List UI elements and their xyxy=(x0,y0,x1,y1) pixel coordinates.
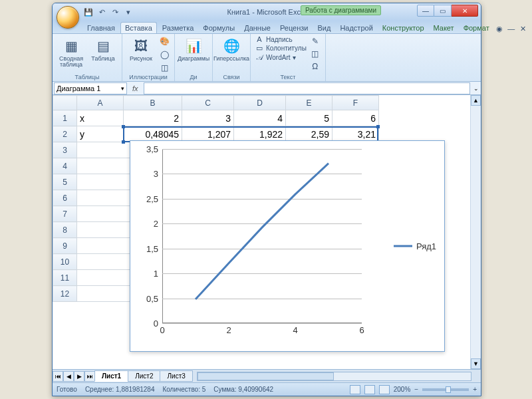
shapes-icon[interactable]: ◯ xyxy=(158,49,170,61)
name-box[interactable]: Диаграмма 1 ▾ xyxy=(54,82,127,94)
wordart-button[interactable]: 𝒜WordArt▾ xyxy=(255,53,307,62)
col-header-C[interactable]: C xyxy=(182,96,234,110)
tab-insert[interactable]: Вставка xyxy=(120,22,157,33)
col-header-B[interactable]: B xyxy=(124,96,182,110)
cell-E1[interactable]: 5 xyxy=(286,110,332,126)
selection-handle[interactable] xyxy=(122,125,125,128)
cell-B1[interactable]: 2 xyxy=(124,110,182,126)
hyperlink-button[interactable]: 🌐 Гиперссылка xyxy=(217,35,246,63)
cell-B2[interactable]: 0,48045 xyxy=(124,126,182,142)
tab-view[interactable]: Вид xyxy=(313,23,334,33)
sheet-tab-2[interactable]: Лист2 xyxy=(128,370,160,382)
row-header-4[interactable]: 4 xyxy=(53,158,77,174)
tab-addins[interactable]: Надстрой xyxy=(336,23,376,33)
chart-plot-area[interactable]: 00,511,522,533,5 0246 xyxy=(162,149,362,323)
picture-button[interactable]: 🖼 Рисунок xyxy=(126,35,156,63)
select-all-corner[interactable] xyxy=(53,96,77,110)
cell-F2[interactable]: 3,21 xyxy=(332,126,379,142)
smartart-icon[interactable]: ◫ xyxy=(158,62,170,74)
tab-nav-next-icon[interactable]: ▶ xyxy=(74,371,84,382)
scroll-down-icon[interactable]: ▼ xyxy=(471,358,481,369)
view-pagelayout-button[interactable] xyxy=(364,385,375,394)
row-header-11[interactable]: 11 xyxy=(53,270,77,286)
tab-nav-prev-icon[interactable]: ◀ xyxy=(63,371,74,382)
office-button[interactable] xyxy=(57,6,79,29)
redo-icon[interactable]: ↷ xyxy=(110,7,120,17)
spreadsheet-grid[interactable]: A B C D E F 1 x 2 3 4 5 6 2 y 0,48045 1,… xyxy=(53,95,481,369)
cell-A2[interactable]: y xyxy=(77,126,124,142)
minimize-button[interactable]: — xyxy=(417,5,434,17)
chart-legend[interactable]: Ряд1 xyxy=(394,241,436,251)
row-header-7[interactable]: 7 xyxy=(53,206,77,222)
close-button[interactable]: ✕ xyxy=(452,5,478,17)
headerfooter-button[interactable]: ▭Колонтитулы xyxy=(255,44,307,53)
cell-E2[interactable]: 2,59 xyxy=(286,126,332,142)
tab-format[interactable]: Формат xyxy=(460,23,493,33)
signature-icon[interactable]: ✎ xyxy=(309,35,321,47)
scroll-thumb[interactable] xyxy=(198,372,334,380)
clipart-icon[interactable]: 🎨 xyxy=(158,35,170,47)
qat-dropdown-icon[interactable]: ▾ xyxy=(123,7,134,17)
tab-nav-first-icon[interactable]: ⏮ xyxy=(53,371,63,382)
pivot-table-button[interactable]: ▦ Сводная таблица xyxy=(57,35,86,70)
tab-layout[interactable]: Макет xyxy=(430,23,458,33)
cell-C2[interactable]: 1,207 xyxy=(182,126,234,142)
vertical-scrollbar[interactable]: ▲ ▼ xyxy=(470,95,481,369)
cell-D1[interactable]: 4 xyxy=(234,110,286,126)
row-header-9[interactable]: 9 xyxy=(53,238,77,254)
help-icon[interactable]: ◉ xyxy=(495,24,504,33)
row-header-10[interactable]: 10 xyxy=(53,254,77,270)
cell-D2[interactable]: 1,922 xyxy=(234,126,286,142)
col-header-F[interactable]: F xyxy=(332,96,379,110)
charts-button[interactable]: 📊 Диаграммы xyxy=(179,35,208,63)
cell-C1[interactable]: 3 xyxy=(182,110,234,126)
cell-A1[interactable]: x xyxy=(77,110,124,126)
formula-input[interactable] xyxy=(144,82,470,94)
undo-icon[interactable]: ↶ xyxy=(96,7,107,17)
row-header-12[interactable]: 12 xyxy=(53,286,77,302)
save-icon[interactable]: 💾 xyxy=(83,7,94,17)
tab-home[interactable]: Главная xyxy=(83,23,119,33)
row-header-6[interactable]: 6 xyxy=(53,190,77,206)
tab-design[interactable]: Конструктор xyxy=(378,23,428,33)
col-header-E[interactable]: E xyxy=(286,96,332,110)
textbox-button[interactable]: AНадпись xyxy=(255,35,307,43)
row-header-2[interactable]: 2 xyxy=(53,126,77,142)
tab-pagelayout[interactable]: Разметка xyxy=(158,23,198,33)
sheet-tab-1[interactable]: Лист1 xyxy=(94,370,128,382)
tab-data[interactable]: Данные xyxy=(240,23,275,33)
tab-review[interactable]: Рецензи xyxy=(276,23,313,33)
zoom-out-icon[interactable]: − xyxy=(414,386,418,393)
table-button[interactable]: ▤ Таблица xyxy=(88,35,118,63)
sheet-tab-3[interactable]: Лист3 xyxy=(160,370,192,382)
ribbon-minimize-icon[interactable]: — xyxy=(507,24,516,33)
fx-icon[interactable]: fx xyxy=(127,84,144,92)
row-header-5[interactable]: 5 xyxy=(53,174,77,190)
horizontal-scrollbar[interactable] xyxy=(197,372,471,381)
cell-F1[interactable]: 6 xyxy=(332,110,379,126)
tab-nav-last-icon[interactable]: ⏭ xyxy=(84,371,95,382)
tab-formulas[interactable]: Формулы xyxy=(199,23,239,33)
selection-handle[interactable] xyxy=(122,140,125,144)
row-header-1[interactable]: 1 xyxy=(53,110,77,126)
view-pagebreak-button[interactable] xyxy=(379,385,390,394)
row-header-3[interactable]: 3 xyxy=(53,142,77,158)
zoom-thumb[interactable] xyxy=(446,386,451,393)
selection-handle[interactable] xyxy=(376,125,380,128)
maximize-button[interactable]: ▭ xyxy=(434,5,452,17)
zoom-level[interactable]: 200% xyxy=(394,386,411,393)
col-header-D[interactable]: D xyxy=(234,96,286,110)
group-links-label: Связи xyxy=(217,74,246,80)
zoom-in-icon[interactable]: + xyxy=(473,386,477,393)
row-header-8[interactable]: 8 xyxy=(53,222,77,238)
group-illustrations-label: Иллюстрации xyxy=(126,74,170,80)
view-normal-button[interactable] xyxy=(350,385,360,394)
object-icon[interactable]: ◫ xyxy=(309,48,321,60)
zoom-slider[interactable] xyxy=(422,388,469,391)
col-header-A[interactable]: A xyxy=(77,96,124,110)
symbol-icon[interactable]: Ω xyxy=(309,61,321,72)
doc-close-icon[interactable]: ✕ xyxy=(519,24,528,33)
scroll-up-icon[interactable]: ▲ xyxy=(471,95,481,106)
expand-formula-icon[interactable]: ⌄ xyxy=(471,85,481,92)
embedded-chart[interactable]: 00,511,522,533,5 0246 Ряд1 xyxy=(130,140,445,352)
